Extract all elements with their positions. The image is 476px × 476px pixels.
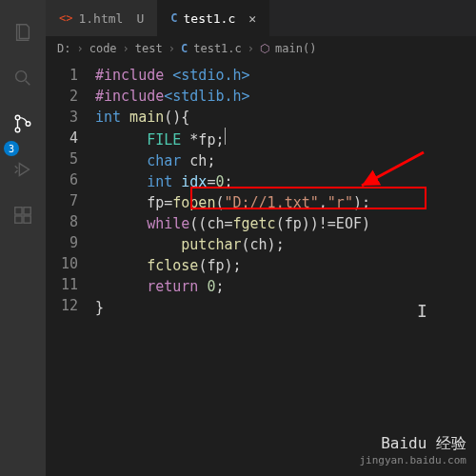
files-icon[interactable] [10,19,36,46]
watermark-url: jingyan.baidu.com [359,454,466,466]
t: int [95,109,121,126]
t: <stdlib.h> [164,88,249,105]
t [95,215,147,232]
line-number: 11 [46,274,78,295]
watermark: Baidu 经验 jingyan.baidu.com [359,434,466,466]
tab-c[interactable]: C test1.c ✕ [157,0,269,36]
line-number: 2 [46,86,78,107]
cursor-icon [225,128,226,145]
activity-bar: 3 [0,0,46,476]
t: (ch); [242,236,285,253]
arrow-icon [352,148,428,195]
text-cursor-icon: I [417,301,427,321]
tab-label: 1.html [78,11,123,26]
crumb[interactable]: test1.c [193,42,242,55]
t: (fp); [198,257,241,274]
chevron-right-icon: › [76,42,83,55]
t: fclose [147,257,198,274]
t: fp= [147,194,172,211]
t: (fp))!=EOF) [276,215,370,232]
line-number: 4 [46,128,78,149]
t [95,152,147,169]
svg-point-1 [15,115,20,120]
svg-rect-7 [24,208,30,214]
t [95,278,147,295]
svg-line-8 [362,152,424,186]
line-number: 5 [46,149,78,169]
t: while [147,215,189,232]
t: FILE [147,131,181,149]
t: int [147,173,172,190]
crumb[interactable]: test [135,42,163,55]
line-number: 1 [46,65,78,86]
t [95,131,147,149]
extensions-icon[interactable] [10,202,36,228]
line-number: 12 [46,295,78,316]
t: putchar [181,236,241,253]
chevron-right-icon: › [248,42,254,55]
t: ch; [181,152,215,169]
svg-point-0 [16,71,27,82]
t: main [121,109,164,126]
t: #include [95,88,164,105]
tab-label: test1.c [183,11,235,26]
crumb[interactable]: code [89,42,117,55]
line-number: 3 [46,107,78,128]
tab-html[interactable]: <> 1.html U [46,0,157,36]
svg-point-3 [26,122,30,127]
t: *fp; [181,131,224,149]
t [95,194,147,211]
t: fgetc [233,215,276,232]
t: ((ch= [189,215,232,232]
c-file-icon: C [170,11,177,25]
t [95,173,147,190]
crumb[interactable]: main() [275,42,316,55]
watermark-brand: Baidu 经验 [359,434,466,454]
t: ; [215,278,224,295]
scm-badge: 3 [4,141,19,156]
crumb[interactable]: D: [57,42,70,55]
t: <stdio.h> [164,67,249,84]
line-number: 10 [46,253,78,274]
html-file-icon: <> [59,11,72,25]
line-number: 6 [46,169,78,190]
line-number: 8 [46,211,78,232]
editor[interactable]: 1 2 3 4 5 6 7 8 9 10 11 12 #include <std… [46,61,476,476]
line-number: 9 [46,232,78,253]
debug-icon[interactable] [10,156,36,183]
search-icon[interactable] [10,65,36,91]
t [95,236,181,253]
svg-point-2 [15,128,20,132]
line-number: 7 [46,190,78,211]
svg-rect-5 [15,216,22,223]
symbol-icon: ⬡ [260,42,269,55]
t: #include [95,67,164,84]
c-file-icon: C [181,42,188,55]
t: (){ [164,109,189,126]
svg-rect-4 [15,208,22,214]
t: char [147,152,181,169]
close-icon[interactable]: ✕ [248,11,256,26]
chevron-right-icon: › [169,42,175,55]
t: } [95,299,104,316]
breadcrumb[interactable]: D:› code› test› C test1.c› ⬡ main() [46,36,476,61]
line-gutter: 1 2 3 4 5 6 7 8 9 10 11 12 [46,65,88,316]
chevron-right-icon: › [123,42,129,55]
svg-rect-6 [24,216,30,223]
t [95,257,147,274]
source-control-icon[interactable] [10,110,36,137]
modified-indicator: U [136,11,144,26]
t: return [147,278,198,295]
tab-bar: <> 1.html U C test1.c ✕ [46,0,476,36]
